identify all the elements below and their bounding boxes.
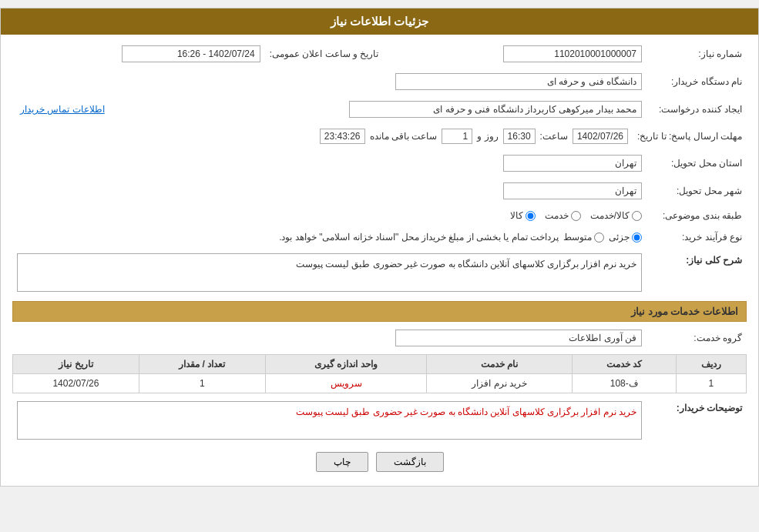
col-radif: ردیف <box>676 355 746 374</box>
now-farayand-note: پرداخت تمام یا بخشی از مبلغ خریداز محل "… <box>279 232 559 243</box>
btn-chap[interactable]: چاپ <box>316 452 368 472</box>
col-kod: کد خدمت <box>572 355 676 374</box>
radio-jozi-input[interactable] <box>632 233 642 243</box>
page-wrapper: جزئیات اطلاعات نیاز شماره نیاز: 11020100… <box>0 8 759 487</box>
info-table-row8: نوع فرآیند خرید: جزئی متوسط پرداخت تمام … <box>12 229 747 246</box>
sharh-koli-label: شرح کلی نیاز: <box>646 250 747 295</box>
col-tarikh: تاریخ نیاز <box>13 355 139 374</box>
radio-khedmat-label: خدمت <box>545 210 569 221</box>
radio-jozi-label: جزئی <box>609 232 630 243</box>
tarikhe-elan-value: 1402/07/24 - 16:26 <box>12 42 265 65</box>
radio-kala-khedmat-input[interactable] <box>632 211 642 221</box>
info-table-row6: شهر محل تحویل: تهران <box>12 179 747 202</box>
mohlat-time-input: 16:30 <box>503 129 536 144</box>
info-table-row2: نام دستگاه خریدار: دانشگاه فنی و حرفه ای <box>12 70 747 93</box>
group-khedmat-input: فن آوری اطلاعات <box>395 330 642 346</box>
radio-kala[interactable]: کالا <box>510 210 536 221</box>
page-header: جزئیات اطلاعات نیاز <box>1 8 758 35</box>
radio-motavaset-input[interactable] <box>594 233 604 243</box>
shahr-value: تهران <box>166 179 646 202</box>
tabaqe-label: طبقه بندی موضوعی: <box>646 207 747 224</box>
info-table-row1: شماره نیاز: 1102010001000007 تاریخ و ساع… <box>12 42 747 65</box>
mohlat-row: 1402/07/26 ساعت: 16:30 روز و 1 ساعت باقی… <box>12 125 633 147</box>
sharh-koli-value: خرید نرم افزار برگزاری کلاسهای آنلاین دا… <box>12 250 646 295</box>
btn-bazgasht[interactable]: بازگشت <box>376 452 444 472</box>
ijad-konande-input: محمد بیدار میرکوهی کاربرداز دانشگاه فنی … <box>349 101 642 118</box>
tawzih-red-text: خرید نرم افزار برگزاری کلاسهای آنلاین دا… <box>296 403 636 420</box>
ostan-value: تهران <box>166 152 646 175</box>
nam-dastgah-value: دانشگاه فنی و حرفه ای <box>166 70 646 93</box>
shahr-label: شهر محل تحویل: <box>646 179 747 202</box>
ostan-input: تهران <box>503 155 642 172</box>
mohlat-roz-label: روز و <box>477 131 498 142</box>
tarikhe-elan-label: تاریخ و ساعت اعلان عمومی: <box>265 42 395 65</box>
table-cell-radif: 1 <box>676 374 746 393</box>
info-table-row4: مهلت ارسال پاسخ: تا تاریخ: 1402/07/26 سا… <box>12 125 747 147</box>
col-tedad: تعداد / مقدار <box>139 355 265 374</box>
radio-khedmat[interactable]: خدمت <box>545 210 581 221</box>
tamase-link[interactable]: اطلاعات تماس خریدار <box>20 104 105 115</box>
shomara-niaz-value: 1102010001000007 <box>394 42 646 65</box>
main-content: شماره نیاز: 1102010001000007 تاریخ و ساع… <box>1 35 758 486</box>
radio-khedmat-input[interactable] <box>571 211 581 221</box>
table-cell-tedad_megdar: 1 <box>139 374 265 393</box>
radio-kala-khedmat-label: کالا/خدمت <box>590 210 630 221</box>
shomara-niaz-input: 1102010001000007 <box>503 45 642 62</box>
group-khedmat-label: گروه خدمت: <box>646 326 747 350</box>
info-table-row5: استان محل تحویل: تهران <box>12 152 747 175</box>
tarikhe-elan-input: 1402/07/24 - 16:26 <box>122 45 260 62</box>
info-table-group: گروه خدمت: فن آوری اطلاعات <box>12 326 747 350</box>
page-title: جزئیات اطلاعات نیاز <box>331 15 428 28</box>
tawzih-value: خرید نرم افزار برگزاری کلاسهای آنلاین دا… <box>12 398 646 443</box>
table-cell-nam_khedmat: خرید نرم افزار <box>427 374 573 393</box>
info-table-tawzih: توضیحات خریدار: خرید نرم افزار برگزاری ک… <box>12 398 747 443</box>
tawzih-box: خرید نرم افزار برگزاری کلاسهای آنلاین دا… <box>17 401 642 440</box>
mohlat-ersal-label: مهلت ارسال پاسخ: تا تاریخ: <box>633 125 747 147</box>
mohlat-date-input: 1402/07/26 <box>573 129 628 144</box>
group-khedmat-value: فن آوری اطلاعات <box>12 326 646 350</box>
services-table: ردیف کد خدمت نام خدمت واحد اندازه گیری ت… <box>12 354 747 393</box>
services-section-header: اطلاعات خدمات مورد نیاز <box>12 301 747 322</box>
ijad-konande-label: ایجاد کننده درخواست: <box>646 98 747 121</box>
nam-dastgah-input: دانشگاه فنی و حرفه ای <box>395 73 642 90</box>
table-cell-tarikh_niaz: 1402/07/26 <box>13 374 139 393</box>
info-table-row3: ایجاد کننده درخواست: محمد بیدار میرکوهی … <box>12 98 747 121</box>
mohlat-saat-input: 23:43:26 <box>320 129 365 144</box>
info-table-row7: طبقه بندی موضوعی: کالا/خدمت خدمت <box>12 207 747 224</box>
ijad-konande-value: محمد بیدار میرکوهی کاربرداز دانشگاه فنی … <box>166 98 646 121</box>
radio-kala-khedmat[interactable]: کالا/خدمت <box>590 210 642 221</box>
shomara-niaz-label: شماره نیاز: <box>646 42 747 65</box>
radio-kala-label: کالا <box>510 210 523 221</box>
mohlat-roz-input: 1 <box>442 129 472 144</box>
shahr-input: تهران <box>503 182 642 199</box>
ostan-label: استان محل تحویل: <box>646 152 747 175</box>
col-vahed: واحد اندازه گیری <box>265 355 427 374</box>
now-farayand-row: جزئی متوسط پرداخت تمام یا بخشی از مبلغ خ… <box>12 229 646 246</box>
nam-dastgah-label: نام دستگاه خریدار: <box>646 70 747 93</box>
mohlat-saat-label: ساعت باقی مانده <box>370 131 438 142</box>
sharh-koli-box: خرید نرم افزار برگزاری کلاسهای آنلاین دا… <box>17 253 642 292</box>
radio-motavaset[interactable]: متوسط <box>563 232 604 243</box>
table-cell-vahed_andaze: سرویس <box>265 374 427 393</box>
tawzih-label: توضیحات خریدار: <box>646 398 747 443</box>
info-table-sharh: شرح کلی نیاز: خرید نرم افزار برگزاری کلا… <box>12 250 747 295</box>
now-farayand-label: نوع فرآیند خرید: <box>646 229 747 246</box>
radio-motavaset-label: متوسط <box>563 232 592 243</box>
radio-kala-input[interactable] <box>526 211 536 221</box>
buttons-row: بازگشت چاپ <box>12 452 747 472</box>
mohlat-time-label: ساعت: <box>540 131 568 142</box>
tabaqe-radios: کالا/خدمت خدمت کالا <box>12 207 646 224</box>
table-row: 1ف-108خرید نرم افزارسرویس11402/07/26 <box>13 374 747 393</box>
radio-jozi[interactable]: جزئی <box>609 232 642 243</box>
table-cell-kod_khedmat: ف-108 <box>572 374 676 393</box>
col-nam: نام خدمت <box>427 355 573 374</box>
